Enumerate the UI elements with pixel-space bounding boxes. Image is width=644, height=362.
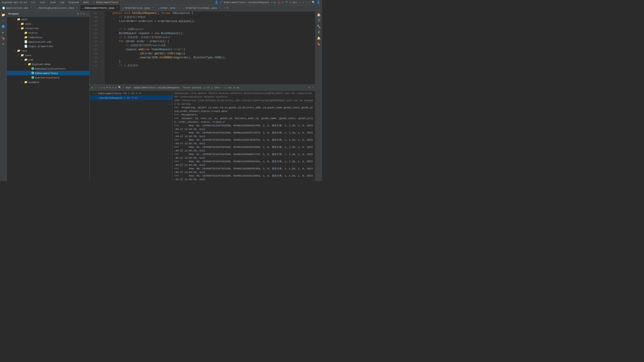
console-output[interactable]: SqlSession [org.apache.ibatis.session.de… bbox=[172, 91, 315, 181]
tab-application-yml[interactable]: 📄 application.yml × bbox=[0, 5, 34, 11]
tree-item-log4j[interactable]: 📄 log4j.properties bbox=[7, 44, 89, 49]
breadcrumb-part[interactable]: src bbox=[31, 1, 36, 4]
breadcrumb-sep-4: › bbox=[57, 1, 59, 4]
code-content[interactable]: public void testBulkRequest() throws IOE… bbox=[104, 11, 315, 85]
console-line: <== Row: 86, 1635907521547915266, 834061… bbox=[174, 145, 314, 152]
project-icon[interactable]: 📁 bbox=[1, 12, 6, 18]
run-minimize-icon[interactable]: — bbox=[312, 86, 314, 89]
test-item-bulk-request[interactable]: ✓ testBulkRequest 1 sec 9 ms bbox=[90, 96, 172, 100]
console-line: JDBC Connection [com.alibaba.druid.proxy… bbox=[174, 99, 314, 106]
breadcrumb-part[interactable]: demo bbox=[83, 1, 89, 4]
search-icon[interactable]: 🔍 bbox=[312, 1, 315, 4]
breadcrumb-sep-2: › bbox=[37, 1, 38, 4]
bookmark-icon[interactable]: 🔖 bbox=[1, 36, 6, 41]
tab-order-service-impl[interactable]: ☕ OrderServiceImpl.java × bbox=[181, 5, 223, 11]
tree-item-example[interactable]: ▸ 📁 example bbox=[7, 80, 89, 84]
database-icon[interactable]: 🗄 bbox=[316, 18, 322, 23]
structure-icon[interactable]: 🔷 bbox=[1, 24, 6, 29]
breadcrumb-part[interactable]: test bbox=[40, 1, 46, 4]
tree-item-demo-app-tests[interactable]: 🅒 DemoApplicationTests bbox=[7, 66, 89, 71]
tree-item-com[interactable]: ▾ 📁 com bbox=[7, 57, 89, 62]
panel-icon-1[interactable]: ⊞ bbox=[77, 12, 78, 16]
tree-item-templates[interactable]: 📁 templates bbox=[7, 35, 89, 40]
avatar-icon[interactable]: 👤 bbox=[317, 1, 320, 4]
test-item-time: com 1 sec 9 ms bbox=[123, 92, 142, 95]
java-file-icon: ☕ bbox=[158, 7, 160, 10]
tree-item-application-yml[interactable]: 📄 application.yml bbox=[7, 40, 89, 44]
tab-close-icon[interactable]: × bbox=[30, 7, 32, 9]
tab-close-icon[interactable]: × bbox=[76, 7, 78, 9]
tab-close-icon[interactable]: × bbox=[219, 7, 220, 9]
folder-icon: 📁 bbox=[20, 22, 24, 26]
folder-icon: 📁 bbox=[28, 63, 31, 66]
breadcrumb-sep-6: › bbox=[80, 1, 82, 4]
breadcrumb-part[interactable]: java bbox=[50, 1, 56, 4]
coverage-button[interactable]: ☂ bbox=[282, 1, 284, 4]
tree-item-esdocument-tests[interactable]: 🅒 ESDocumentTests bbox=[7, 71, 89, 75]
project-panel-title: Project bbox=[8, 13, 19, 15]
breadcrumb-part[interactable]: biglead bbox=[68, 1, 79, 4]
run-rerun-icon[interactable]: ↻ bbox=[100, 86, 102, 89]
run-panel: ▶ ✓ ⊘ ↻ ▲ ▼ ⊞ ⊟ ◎ 🔍 ⋯ Run: ESDocumentTes… bbox=[90, 85, 315, 181]
notification-icon[interactable]: 🔔 bbox=[316, 12, 322, 18]
bookmarks-right-icon[interactable]: 🔖 bbox=[316, 41, 322, 47]
delete-icon[interactable]: 🗑 bbox=[316, 30, 322, 35]
panel-icon-2[interactable]: ≡ bbox=[80, 12, 82, 16]
panel-icon-gear[interactable]: ⚙ bbox=[83, 12, 85, 16]
user-icon[interactable]: 👤 bbox=[215, 1, 218, 4]
right-sidebar: 🔔 🗄 🔧 🗑 🔔 🔖 bbox=[315, 11, 322, 181]
tab-esdocument-tests[interactable]: ☕ ESDocumentTests.java × bbox=[80, 5, 120, 11]
run-sort-icon[interactable]: ⊟ bbox=[112, 86, 114, 89]
more-tabs-icon[interactable]: ▾ bbox=[224, 6, 225, 10]
git-icon[interactable]: 🖊 bbox=[220, 1, 222, 4]
run-dots-icon[interactable]: ⋯ bbox=[123, 86, 124, 89]
run-filter-icon[interactable]: ⊞ bbox=[109, 86, 110, 89]
run-search-icon[interactable]: 🔍 bbox=[118, 86, 121, 89]
run-icon-sidebar[interactable]: ▶ bbox=[1, 30, 6, 35]
breadcrumb-part[interactable]: biglead-api-12-es bbox=[2, 1, 27, 4]
tab-close-icon[interactable]: × bbox=[152, 7, 154, 9]
run-scope-icon[interactable]: ◎ bbox=[115, 86, 117, 89]
tree-item-java-test[interactable]: ▾ 📁 java bbox=[7, 53, 89, 57]
top-toolbar: 👤 🖊 ESDocumentTests.testBulkRequest ▾ ▶ … bbox=[215, 1, 320, 4]
run-check-icon[interactable]: ✓ bbox=[94, 86, 96, 89]
tools-icon[interactable]: 🔧 bbox=[316, 24, 322, 29]
tree-label: java bbox=[25, 54, 31, 57]
run-test-name[interactable]: ESDocumentTests.testBulkRequest bbox=[134, 86, 180, 89]
terminal-icon[interactable]: ⊞ bbox=[1, 41, 6, 47]
run-stop-icon[interactable]: ⊘ bbox=[97, 86, 99, 89]
tab-rest-high-level[interactable]: ☕ RestHighLevelClient.java × bbox=[34, 5, 80, 11]
run-button[interactable]: ▶ bbox=[274, 1, 276, 4]
tabs-menu-icon[interactable]: ☰ bbox=[226, 6, 228, 10]
tab-close-icon[interactable]: × bbox=[177, 7, 179, 9]
run-play-icon[interactable]: ▶ bbox=[91, 86, 93, 89]
tab-order-service[interactable]: ☕ OrderService.java × bbox=[120, 5, 156, 11]
notifications-right-icon[interactable]: 🔔 bbox=[316, 36, 322, 41]
tree-item-static[interactable]: 📁 static bbox=[7, 31, 89, 35]
run-settings-icon[interactable]: ⚙ bbox=[308, 86, 310, 89]
run-nav-up-icon[interactable]: ▲ bbox=[103, 86, 105, 89]
tree-item-test[interactable]: ▾ 📁 test bbox=[7, 49, 89, 53]
tab-close-icon[interactable]: × bbox=[116, 7, 118, 9]
settings-icon[interactable]: ⚙ bbox=[289, 1, 291, 4]
tab-label: application.yml bbox=[6, 7, 28, 10]
tree-item-user-service-tests[interactable]: 🅒 UserServiceTests bbox=[7, 75, 89, 80]
tree-item-resources[interactable]: ▾ 📁 resources bbox=[7, 26, 89, 31]
tree-label: ESDocumentTests bbox=[35, 72, 58, 75]
test-item-esdocument[interactable]: ✓ ✓ ESDocumentTests com 1 sec 9 ms bbox=[90, 91, 172, 96]
commit-icon[interactable]: ⬆ bbox=[1, 18, 6, 23]
tree-item-main[interactable]: ▾ 📁 main bbox=[7, 17, 89, 22]
panel-icon-minimize[interactable]: _ bbox=[86, 12, 88, 16]
undo-icon[interactable]: ↩ bbox=[308, 1, 310, 4]
tree-label: DemoApplicationTests bbox=[35, 67, 66, 70]
java-file-icon: ☕ bbox=[36, 7, 38, 10]
tree-item-biglead-demo[interactable]: ▾ 📁 biglead.demo bbox=[7, 62, 89, 66]
run-nav-down-icon[interactable]: ▼ bbox=[106, 86, 108, 89]
folder-icon: 📁 bbox=[17, 18, 20, 21]
breadcrumb-part[interactable]: com bbox=[60, 1, 64, 4]
tab-order[interactable]: ☕ Order.java × bbox=[156, 5, 181, 11]
profile-button[interactable]: ⏱ bbox=[285, 1, 288, 4]
yaml-icon: 📄 bbox=[24, 40, 28, 44]
debug-button[interactable]: 🐞 bbox=[277, 1, 280, 4]
tree-item-java-main[interactable]: ▸ 📁 java bbox=[7, 22, 89, 26]
